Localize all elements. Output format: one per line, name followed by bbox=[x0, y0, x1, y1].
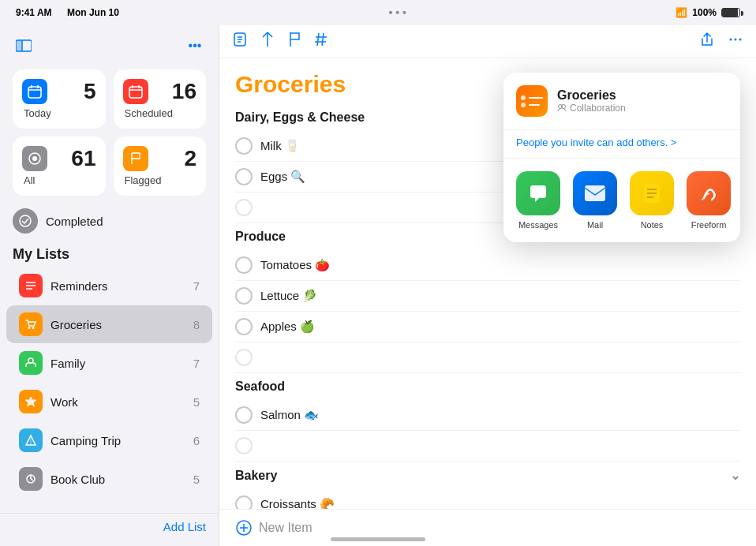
sidebar-item-groceries[interactable]: Groceries 8 bbox=[6, 305, 212, 343]
croissants-checkbox[interactable] bbox=[235, 496, 253, 509]
apples-text: Apples 🍏 bbox=[260, 320, 315, 334]
produce-empty-checkbox[interactable] bbox=[235, 349, 253, 366]
share-popup-title: Groceries bbox=[557, 88, 626, 103]
today-card[interactable]: 5 Today bbox=[13, 69, 106, 129]
dairy-empty-checkbox[interactable] bbox=[235, 199, 253, 216]
family-list-name: Family bbox=[51, 357, 185, 370]
share-popup: Groceries Collaboration People you invit… bbox=[503, 73, 740, 242]
bookclub-list-icon bbox=[19, 467, 43, 491]
share-list-dots bbox=[521, 95, 543, 107]
completed-row[interactable]: Completed bbox=[0, 202, 219, 240]
share-app-mail[interactable]: Mail bbox=[573, 171, 617, 230]
all-label: All bbox=[22, 174, 96, 186]
more-options-button[interactable]: ••• bbox=[184, 35, 206, 57]
bakery-collapse-icon[interactable]: ⌄ bbox=[730, 468, 740, 483]
svg-point-13 bbox=[20, 215, 31, 226]
camping-list-icon bbox=[19, 428, 43, 452]
status-bar-center: • • • bbox=[388, 6, 406, 19]
reminders-list-name: Reminders bbox=[51, 279, 185, 293]
scheduled-card[interactable]: 16 Scheduled bbox=[114, 69, 207, 129]
my-lists-header: My Lists bbox=[0, 240, 219, 266]
toolbar-right-icons bbox=[699, 32, 743, 51]
flag-icon[interactable] bbox=[287, 32, 301, 51]
completed-label: Completed bbox=[46, 215, 103, 228]
share-app-freeform[interactable]: Freeform bbox=[687, 171, 731, 230]
more-icon[interactable] bbox=[728, 32, 743, 51]
sidebar-item-camping[interactable]: Camping Trip 6 bbox=[6, 421, 212, 459]
messages-app-label: Messages bbox=[518, 220, 558, 230]
svg-marker-20 bbox=[25, 397, 36, 406]
family-list-count: 7 bbox=[193, 357, 200, 370]
scheduled-icon bbox=[123, 79, 148, 104]
share-app-messages[interactable]: Messages bbox=[516, 171, 560, 230]
share-popup-subtitle: Collaboration bbox=[557, 103, 626, 114]
new-item-button[interactable] bbox=[235, 519, 253, 537]
milk-checkbox[interactable] bbox=[235, 137, 253, 155]
share-icon[interactable] bbox=[699, 32, 715, 51]
svg-rect-0 bbox=[16, 40, 22, 51]
eggs-checkbox[interactable] bbox=[235, 168, 253, 185]
svg-point-18 bbox=[32, 327, 35, 329]
list-items: Reminders 7 Groceries 8 bbox=[0, 266, 219, 513]
status-bar-right: 📶 100% bbox=[676, 7, 740, 18]
seafood-empty-row bbox=[235, 431, 740, 462]
notes-app-icon bbox=[630, 171, 674, 215]
svg-rect-7 bbox=[129, 87, 142, 98]
location-icon[interactable] bbox=[260, 32, 275, 51]
mail-app-icon bbox=[573, 171, 617, 215]
flagged-card[interactable]: 2 Flagged bbox=[114, 136, 207, 196]
seafood-empty-checkbox[interactable] bbox=[235, 437, 253, 454]
reminders-list-count: 7 bbox=[193, 279, 200, 293]
hashtag-icon[interactable] bbox=[314, 32, 328, 51]
ellipsis-icon: ••• bbox=[189, 39, 202, 53]
svg-line-30 bbox=[317, 33, 319, 46]
app-container: ••• 5 Today bbox=[0, 25, 756, 546]
lettuce-text: Lettuce 🥬 bbox=[260, 289, 317, 303]
all-count: 61 bbox=[71, 146, 95, 171]
item-lettuce: Lettuce 🥬 bbox=[235, 281, 740, 312]
sidebar-toggle-button[interactable] bbox=[13, 35, 35, 57]
item-apples: Apples 🍏 bbox=[235, 312, 740, 342]
notes-app-label: Notes bbox=[641, 220, 664, 230]
add-list-button[interactable]: Add List bbox=[163, 520, 206, 533]
note-icon[interactable] bbox=[232, 32, 248, 51]
sidebar-item-bookclub[interactable]: Book Club 5 bbox=[6, 460, 212, 498]
share-popup-invite[interactable]: People you invite can add others. > bbox=[503, 130, 740, 159]
share-apps: Messages Mail bbox=[503, 159, 740, 242]
scheduled-label: Scheduled bbox=[123, 107, 197, 119]
flagged-count: 2 bbox=[184, 146, 196, 171]
svg-rect-3 bbox=[28, 87, 41, 98]
sidebar-item-reminders[interactable]: Reminders 7 bbox=[6, 267, 212, 305]
add-list-row: Add List bbox=[0, 513, 219, 540]
status-bar-left: 9:41 AM Mon Jun 10 bbox=[16, 7, 119, 18]
groceries-list-icon bbox=[19, 312, 43, 336]
wifi-icon: 📶 bbox=[676, 7, 687, 18]
item-salmon: Salmon 🐟 bbox=[235, 400, 740, 431]
camping-list-name: Camping Trip bbox=[51, 434, 185, 447]
status-date: Mon Jun 10 bbox=[67, 7, 119, 18]
tomatoes-checkbox[interactable] bbox=[235, 256, 253, 274]
milk-text: Milk 🥛 bbox=[260, 139, 300, 153]
salmon-text: Salmon 🐟 bbox=[260, 408, 319, 422]
share-popup-info: Groceries Collaboration bbox=[557, 88, 626, 114]
battery-icon bbox=[721, 8, 740, 17]
freeform-app-label: Freeform bbox=[691, 220, 727, 230]
share-app-notes[interactable]: Notes bbox=[630, 171, 674, 230]
all-card[interactable]: 61 All bbox=[13, 136, 106, 196]
item-tomatoes: Tomatoes 🍅 bbox=[235, 250, 740, 281]
eggs-text: Eggs 🔍 bbox=[260, 170, 305, 184]
sidebar-item-family[interactable]: Family 7 bbox=[6, 344, 212, 382]
item-croissants: Croissants 🥐 bbox=[235, 489, 740, 509]
salmon-checkbox[interactable] bbox=[235, 406, 253, 424]
dots-indicator: • • • bbox=[388, 6, 406, 19]
apples-checkbox[interactable] bbox=[235, 318, 253, 335]
section-header-bakery: Bakery ⌄ bbox=[235, 468, 740, 483]
section-header-seafood: Seafood bbox=[235, 380, 740, 394]
new-item-label: New Item bbox=[259, 521, 313, 535]
svg-point-36 bbox=[739, 39, 742, 41]
lettuce-checkbox[interactable] bbox=[235, 287, 253, 305]
svg-point-19 bbox=[28, 358, 33, 363]
sidebar-item-work[interactable]: Work 5 bbox=[6, 383, 212, 421]
today-icon bbox=[22, 79, 47, 104]
produce-empty-row bbox=[235, 342, 740, 373]
